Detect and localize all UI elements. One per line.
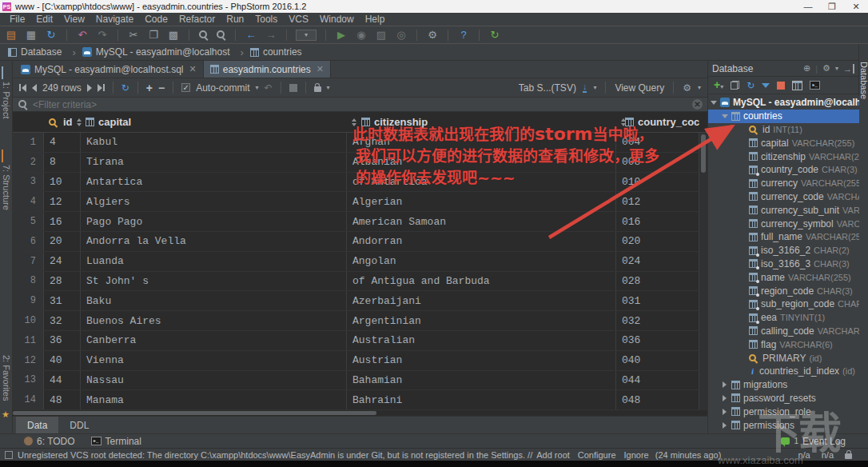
settings-icon[interactable]: ⚙	[426, 29, 439, 42]
menu-item-tools[interactable]: Tools	[249, 14, 283, 25]
editor-tab-1[interactable]: easyadmin.countries✕	[204, 61, 331, 78]
cell-capital[interactable]: Pago Pago	[81, 212, 347, 231]
commit-dropdown-icon[interactable]: ▾	[256, 84, 259, 91]
tree-column-sub_region_code[interactable]: sub_region_codeCHAR(3)	[708, 297, 859, 311]
cell-capital[interactable]: Buenos Aires	[81, 311, 347, 330]
redo-icon[interactable]: ↷	[96, 29, 109, 42]
project-tool-icon[interactable]	[2, 67, 3, 78]
cell-country_coc[interactable]: 020	[616, 232, 699, 251]
auto-commit-checkbox[interactable]: ✓	[181, 83, 190, 92]
breadcrumb-item-1[interactable]: MySQL - easyadmin@localhost	[79, 46, 247, 58]
tool-stripe-database[interactable]: Database	[859, 62, 868, 99]
table-row[interactable]: 1136CanberraAustralian036	[13, 331, 707, 351]
sync-settings-icon[interactable]: ↻	[488, 29, 501, 42]
cell-citizenship[interactable]: Angolan	[347, 252, 616, 271]
menu-item-refactor[interactable]: Refactor	[173, 14, 221, 25]
settings-gear-icon[interactable]: ⚙	[822, 63, 830, 74]
cell-capital[interactable]: Nassau	[81, 371, 347, 390]
table-row[interactable]: 931BakuAzerbaijani031	[13, 291, 707, 311]
expanded-icon[interactable]	[711, 101, 717, 105]
modify-filter-icon[interactable]	[762, 83, 770, 88]
cell-id[interactable]: 4	[44, 133, 81, 152]
cell-capital[interactable]: Algiers	[81, 192, 347, 211]
tree-table-migrations[interactable]: migrations	[708, 378, 859, 392]
expanded-icon[interactable]	[722, 114, 728, 118]
cell-country_coc[interactable]: 048	[616, 390, 699, 409]
cell-capital[interactable]: Tirana	[81, 153, 347, 172]
cell-citizenship[interactable]: Bahraini	[347, 390, 616, 409]
debug-icon[interactable]: ◉	[355, 29, 368, 42]
tab-ddl[interactable]: DDL	[58, 417, 100, 433]
horizontal-scrollbar[interactable]	[13, 410, 700, 416]
cell-citizenship[interactable]: Austrian	[347, 351, 616, 370]
menu-item-file[interactable]: File	[4, 14, 30, 25]
cell-id[interactable]: 24	[44, 252, 81, 271]
tree-column-country_code[interactable]: country_codeCHAR(3)	[708, 163, 859, 177]
run-icon[interactable]: ▶	[335, 29, 348, 42]
table-row[interactable]: 1344NassauBahamian044	[13, 371, 707, 391]
cut-icon[interactable]: ✂	[127, 29, 140, 42]
menu-item-navigate[interactable]: Navigate	[90, 14, 139, 25]
filter-row[interactable]: <Filter criteria> ✕	[13, 98, 707, 112]
coverage-icon[interactable]: ▨	[375, 29, 388, 42]
tree-column-id[interactable]: idINT(11)	[708, 123, 859, 137]
todo-tool-button[interactable]: 6: TODO	[19, 436, 80, 447]
tree-column-name[interactable]: nameVARCHAR(255)	[708, 270, 859, 284]
menu-item-help[interactable]: Help	[360, 14, 391, 25]
tree-column-PRIMARY[interactable]: PRIMARY(id)	[708, 351, 859, 365]
readonly-lock-icon[interactable]	[845, 453, 852, 459]
cell-id[interactable]: 20	[44, 232, 81, 251]
clear-filter-icon[interactable]: ✕	[692, 99, 703, 110]
collapsed-icon[interactable]	[723, 395, 727, 401]
export-data-icon[interactable]: ↓	[583, 82, 587, 93]
column-header-id[interactable]: id	[44, 112, 81, 132]
tree-column-countries_id_index[interactable]: icountries_id_index(id)	[708, 365, 859, 378]
tool-stripe-project[interactable]: 1: Project	[2, 82, 11, 118]
tree-column-iso_3166_2[interactable]: iso_3166_2CHAR(2)	[708, 244, 859, 257]
cell-country_coc[interactable]: 044	[616, 371, 699, 390]
collapsed-icon[interactable]	[723, 381, 727, 388]
refresh-icon[interactable]: ↻	[747, 80, 755, 91]
sort-icon[interactable]	[77, 118, 80, 126]
forward-icon[interactable]: →	[265, 29, 277, 42]
tree-column-full_name[interactable]: full_nameVARCHAR(255)	[708, 230, 859, 244]
tree-column-currency[interactable]: currencyVARCHAR(255)	[708, 177, 859, 190]
add-root-link[interactable]: Add root	[536, 450, 570, 460]
ignore-link[interactable]: Ignore	[624, 450, 649, 460]
cell-citizenship[interactable]: Algerian	[347, 192, 616, 211]
cell-id[interactable]: 10	[44, 173, 81, 192]
console-icon[interactable]: ▸_	[810, 81, 820, 90]
previous-page-icon[interactable]	[32, 84, 37, 92]
tool-stripe-favorites[interactable]: 2: Favorites	[2, 355, 11, 401]
stop-icon[interactable]	[777, 82, 785, 90]
cell-capital[interactable]: Baku	[81, 291, 347, 310]
add-row-icon[interactable]: +	[146, 82, 153, 94]
delete-row-icon[interactable]: −	[158, 82, 165, 94]
cell-citizenship[interactable]: Andorran	[347, 232, 616, 251]
replace-icon[interactable]	[216, 30, 226, 40]
tree-column-calling_code[interactable]: calling_codeVARCHAR(3)	[708, 325, 859, 338]
tool-stripe-structure[interactable]: 7: Structure	[2, 165, 11, 210]
menu-item-window[interactable]: Window	[314, 14, 360, 25]
table-row[interactable]: 620Andorra la VellaAndorran020	[13, 232, 707, 252]
cell-id[interactable]: 28	[44, 272, 81, 291]
menu-item-code[interactable]: Code	[139, 14, 173, 25]
cell-country_coc[interactable]: 031	[616, 291, 699, 310]
save-all-icon[interactable]: ▦	[25, 29, 38, 42]
cell-citizenship[interactable]: of Antigua and Barbuda	[347, 272, 616, 291]
close-tab-icon[interactable]: ✕	[317, 64, 324, 74]
event-log-button[interactable]: 1 Event Log	[781, 436, 868, 447]
tree-column-citizenship[interactable]: citizenshipVARCHAR(255)	[708, 150, 859, 163]
configure-link[interactable]: Configure	[578, 450, 616, 460]
cell-id[interactable]: 16	[44, 212, 81, 231]
table-row[interactable]: 1032Buenos AiresArgentinian032	[13, 311, 707, 331]
breadcrumb-item-2[interactable]: countries	[247, 46, 305, 58]
back-icon[interactable]: ←	[245, 29, 257, 42]
find-icon[interactable]	[198, 30, 209, 40]
table-row[interactable]: 828St John' sof Antigua and Barbuda028	[13, 272, 707, 292]
cell-capital[interactable]: St John' s	[81, 272, 347, 291]
collapsed-icon[interactable]	[723, 409, 727, 415]
cell-country_coc[interactable]: 010	[616, 173, 699, 192]
cell-country_coc[interactable]: 036	[616, 331, 699, 350]
run-configurations-dropdown[interactable]: ▾	[296, 30, 317, 41]
